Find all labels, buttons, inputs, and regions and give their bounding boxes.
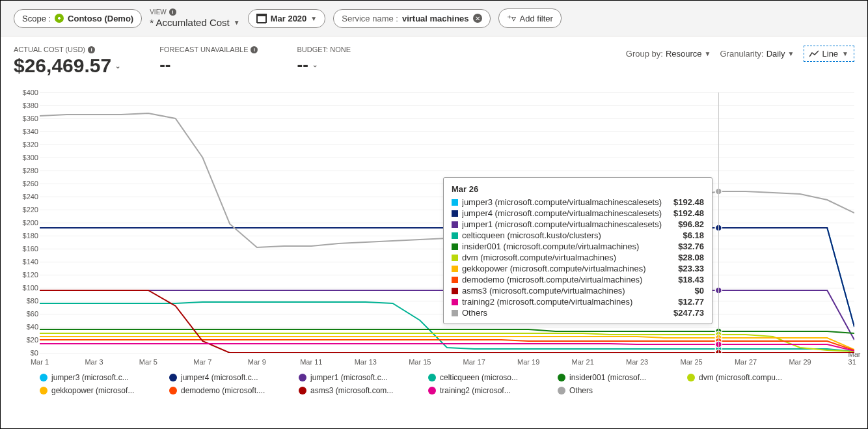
y-tick-label: $220 [14,206,38,214]
legend-swatch [299,387,306,394]
tooltip-swatch [452,210,458,217]
legend-item[interactable]: jumper3 (microsoft.c... [40,371,154,384]
filter-icon: ⁺▿ [507,13,516,23]
x-tick-label: Mar 9 [248,358,266,366]
legend-item[interactable]: jumper4 (microsoft.c... [169,371,283,384]
chevron-down-icon[interactable]: ⌄ [312,61,318,68]
legend-item[interactable]: demodemo (microsoft.... [169,384,283,397]
info-icon: i [251,46,258,53]
info-icon: i [88,46,95,53]
y-tick-label: $380 [14,102,38,109]
tooltip-row: celticqueen (microsoft.kusto/clusters) $… [452,230,704,241]
legend-item[interactable]: gekkopower (microsof... [40,384,154,397]
legend-label: insider001 (microsof... [569,373,646,382]
tooltip-swatch [452,277,458,283]
legend-label: demodemo (microsoft.... [181,386,265,395]
tooltip-label: jumper3 (microsoft.compute/virtualmachin… [462,197,662,207]
tooltip-row: Others $247.73 [452,307,704,318]
y-tick-label: $40 [14,323,38,331]
tooltip-row: jumper4 (microsoft.compute/virtualmachin… [452,208,704,219]
info-icon: i [169,8,176,16]
actual-cost-block: ACTUAL COST (USD) i $26,469.57 ⌄ [14,46,120,77]
x-tick-label: Mar 21 [572,358,594,366]
filter-tag[interactable]: Service name : virtual machines ✕ [333,9,490,28]
chart[interactable]: $0$20$40$60$80$100$120$140$160$180$200$2… [14,92,854,366]
x-tick-label: Mar 27 [735,358,757,366]
filter-value: virtual machines [402,14,469,23]
legend-label: training2 (microsof... [440,386,511,395]
budget-label: BUDGET: NONE [297,46,351,53]
y-tick-label: $360 [14,115,38,122]
legend-item[interactable]: Others [558,384,671,397]
y-tick-label: $300 [14,154,38,161]
legend-swatch [687,374,695,381]
chart-type-selector[interactable]: Line ▼ [804,46,854,62]
y-tick-label: $100 [14,284,38,292]
y-tick-label: $0 [14,349,38,357]
x-tick-label: Mar 29 [789,358,811,366]
legend-label: jumper1 (microsoft.c... [310,373,388,382]
calendar-icon [256,14,267,23]
tooltip-value: $32.76 [678,242,704,251]
forecast-label: FORECAST UNAVAILABLE [159,46,248,53]
x-tick-label: Mar 7 [193,358,211,366]
y-tick-label: $400 [14,89,38,96]
chevron-down-icon: ▼ [788,50,794,57]
legend-item[interactable]: asms3 (microsoft.com... [299,384,413,397]
legend-item[interactable]: jumper1 (microsoft.c... [299,371,413,384]
tooltip-row: dvm (microsoft.compute/virtualmachines) … [452,252,704,263]
y-tick-label: $160 [14,245,38,253]
legend-swatch [558,387,565,394]
legend-swatch [40,374,47,381]
tooltip-label: jumper1 (microsoft.compute/virtualmachin… [462,219,666,229]
y-tick-label: $340 [14,128,38,135]
scope-selector[interactable]: Scope : Contoso (Demo) [14,9,142,28]
chart-legend: jumper3 (microsoft.c... jumper4 (microso… [1,366,867,405]
tooltip-row: training2 (microsoft.compute/virtualmach… [452,296,704,307]
filter-field: Service name : [342,14,398,23]
granularity-selector[interactable]: Granularity: Daily ▼ [720,49,794,59]
legend-label: jumper4 (microsoft.c... [181,373,258,382]
date-range-selector[interactable]: Mar 2020 ▼ [248,9,326,28]
tooltip-value: $18.43 [678,275,704,284]
tooltip-value: $247.73 [673,308,704,318]
tooltip-value: $0 [695,286,704,296]
tooltip-value: $28.08 [678,253,704,262]
x-tick-label: Mar 17 [463,358,485,366]
view-selector[interactable]: VIEW i * Accumlated Cost ▼ [150,8,239,28]
groupby-selector[interactable]: Group by: Resource ▼ [626,49,711,59]
x-tick-label: Mar 13 [355,358,377,366]
legend-item[interactable]: insider001 (microsof... [558,371,671,384]
tooltip-label: jumper4 (microsoft.compute/virtualmachin… [462,208,662,218]
chevron-down-icon: ▼ [234,19,240,26]
groupby-value: Resource [666,49,702,59]
tooltip-row: asms3 (microsoft.compute/virtualmachines… [452,285,704,296]
legend-label: jumper3 (microsoft.c... [51,373,129,382]
chevron-down-icon: ▼ [842,50,848,57]
legend-item[interactable]: celticqueen (microso... [428,371,542,384]
granularity-label: Granularity: [720,49,764,59]
chart-type-value: Line [822,49,839,59]
chevron-down-icon[interactable]: ⌄ [115,62,120,70]
stats-row: ACTUAL COST (USD) i $26,469.57 ⌄ FORECAS… [1,36,867,79]
tooltip-swatch [452,310,458,316]
y-tick-label: $20 [14,336,38,344]
legend-item[interactable]: dvm (microsoft.compu... [687,371,801,384]
add-filter-button[interactable]: ⁺▿ Add filter [498,8,562,28]
y-tick-label: $140 [14,258,38,266]
legend-label: dvm (microsoft.compu... [699,373,782,382]
tooltip-swatch [452,288,458,294]
x-tick-label: Mar 23 [626,358,648,366]
toolbar: Scope : Contoso (Demo) VIEW i * Accumlat… [1,1,867,36]
budget-block: BUDGET: NONE -- ⌄ [297,46,351,75]
close-icon[interactable]: ✕ [473,14,482,23]
chevron-down-icon: ▼ [705,50,711,57]
x-tick-label: Mar 5 [139,358,157,366]
forecast-block: FORECAST UNAVAILABLE i -- [159,46,258,75]
tooltip-value: $12.77 [678,297,704,307]
view-label: VIEW [150,8,167,16]
y-tick-label: $180 [14,232,38,240]
legend-swatch [169,374,177,381]
legend-item[interactable]: training2 (microsof... [428,384,542,397]
y-tick-label: $200 [14,219,38,227]
